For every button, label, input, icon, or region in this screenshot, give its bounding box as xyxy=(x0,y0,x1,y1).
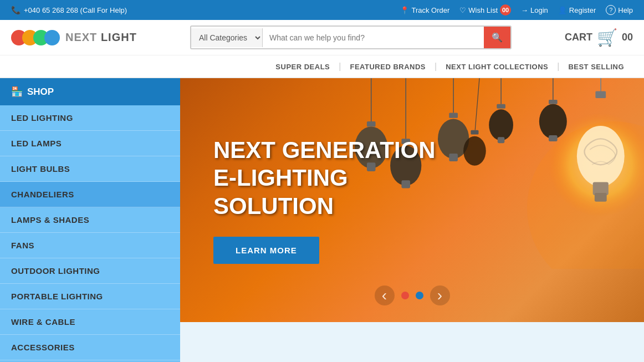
svg-point-30 xyxy=(527,121,644,269)
carousel-nav: ‹ › xyxy=(375,285,450,305)
help-link[interactable]: ? Help xyxy=(606,5,633,15)
register-link[interactable]: 👤 Register xyxy=(558,6,596,14)
sidebar-item-led-lighting[interactable]: LED LIGHTING xyxy=(0,105,180,131)
login-icon: → xyxy=(521,6,528,14)
sidebar-shop-label: SHOP xyxy=(27,86,54,98)
learn-more-button[interactable]: LEARN MORE xyxy=(213,237,319,264)
sidebar-item-portable-lighting[interactable]: PORTABLE LIGHTING xyxy=(0,284,180,309)
wish-count-badge: 00 xyxy=(500,4,511,16)
logo-text: NEXT LIGHT xyxy=(65,31,137,44)
top-bar: 📞 +040 65 268 268 (Call For Help) 📍 Trac… xyxy=(0,0,644,20)
carousel-prev-arrow[interactable]: ‹ xyxy=(375,285,395,305)
svg-rect-15 xyxy=(497,104,505,109)
heart-icon: ♡ xyxy=(459,6,466,14)
shop-icon: 🏪 xyxy=(11,86,23,98)
sidebar-item-wire-cable[interactable]: WIRE & CABLE xyxy=(0,309,180,335)
nav-featured-brands[interactable]: FEATURED BRANDS xyxy=(341,55,435,78)
sidebar-item-lamps-shades[interactable]: LAMPS & SHADES xyxy=(0,207,180,233)
sidebar-item-light-bulbs[interactable]: LIGHT BULBS xyxy=(0,156,180,182)
cart-count: 00 xyxy=(622,32,633,43)
svg-rect-17 xyxy=(498,137,504,143)
cart-area[interactable]: CART 🛒 00 xyxy=(565,28,633,47)
sidebar-item-accessories[interactable]: ACCESSORIES xyxy=(0,335,180,360)
svg-point-16 xyxy=(489,109,513,140)
cart-label: CART xyxy=(565,32,592,43)
search-bar: All Categories 🔍 xyxy=(190,26,512,49)
login-link[interactable]: → Login xyxy=(521,6,548,14)
sidebar-item-fans[interactable]: FANS xyxy=(0,233,180,258)
carousel-dot-2[interactable] xyxy=(416,292,423,299)
category-select[interactable]: All Categories xyxy=(191,28,263,47)
banner-text-area: NEXT GENERATION E-LIGHTING SOLUTION LEAR… xyxy=(180,114,479,286)
search-icon: 🔍 xyxy=(492,33,503,42)
nav-super-deals[interactable]: SUPER DEALS xyxy=(267,55,339,78)
wish-list-link[interactable]: ♡ Wish List 00 xyxy=(459,4,511,16)
phone-area: 📞 +040 65 268 268 (Call For Help) xyxy=(11,6,127,14)
sidebar: 🏪 SHOP LED LIGHTING LED LAMPS LIGHT BULB… xyxy=(0,78,180,362)
search-button[interactable]: 🔍 xyxy=(484,27,510,48)
carousel-dot-1[interactable] xyxy=(401,292,409,299)
sidebar-item-led-lamps[interactable]: LED LAMPS xyxy=(0,131,180,156)
logo-circle-blue xyxy=(44,30,60,45)
cart-icon: 🛒 xyxy=(597,28,617,47)
search-input[interactable] xyxy=(263,29,484,47)
svg-rect-22 xyxy=(596,91,606,98)
sidebar-item-outdoor-lighting[interactable]: OUTDOOR LIGHTING xyxy=(0,258,180,284)
nav-collections[interactable]: NEXT LIGHT COLLECTIONS xyxy=(437,55,557,78)
sidebar-item-chandeliers[interactable]: CHANDELIERS xyxy=(0,182,180,207)
banner: NEXT GENERATION E-LIGHTING SOLUTION LEAR… xyxy=(180,78,644,322)
logo[interactable]: NEXT LIGHT xyxy=(11,30,137,45)
svg-rect-18 xyxy=(549,100,558,104)
nav-best-selling[interactable]: BEST SELLING xyxy=(559,55,633,78)
sidebar-header: 🏪 SHOP xyxy=(0,78,180,105)
phone-number: +040 65 268 268 (Call For Help) xyxy=(24,6,127,14)
map-icon: 📍 xyxy=(400,6,409,14)
top-links: 📍 Track Order ♡ Wish List 00 → Login 👤 R… xyxy=(400,4,633,16)
register-icon: 👤 xyxy=(558,6,567,14)
header: NEXT LIGHT All Categories 🔍 CART 🛒 00 xyxy=(0,20,644,55)
banner-background: NEXT GENERATION E-LIGHTING SOLUTION LEAR… xyxy=(180,78,644,322)
track-order-link[interactable]: 📍 Track Order xyxy=(400,6,449,14)
main-content: 🏪 SHOP LED LIGHTING LED LAMPS LIGHT BULB… xyxy=(0,78,644,362)
help-icon: ? xyxy=(606,5,616,15)
banner-title: NEXT GENERATION E-LIGHTING SOLUTION xyxy=(213,136,446,220)
carousel-next-arrow[interactable]: › xyxy=(430,285,450,305)
phone-icon: 📞 xyxy=(11,6,21,14)
nav-bar: SUPER DEALS | FEATURED BRANDS | NEXT LIG… xyxy=(0,55,644,78)
logo-graphic xyxy=(11,30,60,45)
